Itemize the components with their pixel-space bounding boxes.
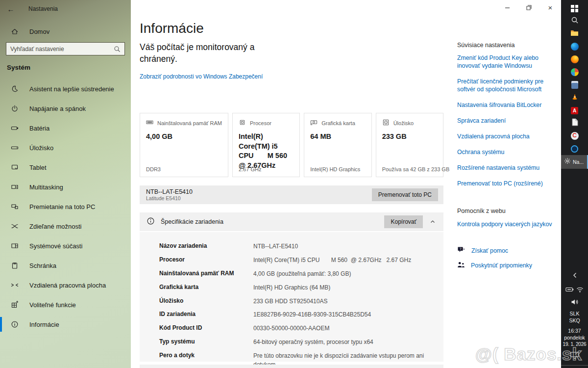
calculator-button[interactable] (561, 79, 588, 91)
spec-value: 1E8827B6-9029-416B-9309-315CB4B25D54 (253, 311, 427, 319)
battery-icon[interactable] (565, 286, 574, 294)
related-link-rename-advanced[interactable]: Premenovať toto PC (rozšírené) (457, 180, 563, 188)
page-title: Informácie (140, 21, 204, 36)
windows-security-link[interactable]: Zobraziť podrobnosti vo Windows Zabezpeč… (140, 73, 263, 80)
related-link-license-terms[interactable]: Prečítať licenčné podmienky pre softvér … (457, 78, 563, 94)
clock-date[interactable]: 19. 1. 2026 (563, 341, 587, 348)
related-link-system-protection[interactable]: Ochrana systému (457, 149, 563, 157)
sidebar-item-components[interactable]: Systémové súčasti (0, 236, 131, 256)
blue-app-button[interactable] (561, 142, 588, 155)
sidebar-item-label: Napájanie a spánok (29, 105, 86, 112)
get-help-link[interactable]: ? Získať pomoc (457, 246, 563, 256)
taskbar-active-settings[interactable]: Na... (561, 155, 588, 169)
card-label: Nainštalovaná pamäť RAM (157, 120, 222, 126)
volume-icon[interactable] (571, 298, 579, 307)
device-model: Latitude E5410 (146, 195, 193, 202)
restore-button[interactable] (518, 0, 539, 15)
sidebar-list: Asistent na lepšie sústredenie Napájanie… (0, 79, 131, 334)
sidebar-item-shared[interactable]: Zdieľané možnosti (0, 216, 131, 236)
web-help-link-languages[interactable]: Kontrola podpory viacerých jazykov (457, 221, 563, 229)
device-specs-table: Názov zariadeniaNTB--LAT-E5410 ProcesorI… (140, 232, 443, 362)
acrobat-button[interactable]: A (561, 104, 588, 117)
clock-time[interactable]: 16:37 (568, 327, 581, 334)
search-icon[interactable] (114, 46, 121, 53)
show-desktop-button[interactable] (561, 365, 588, 368)
sidebar-item-tablet[interactable]: Tablet (0, 158, 131, 177)
related-link-product-key[interactable]: Zmeniť kód Product Key alebo inovovať vy… (457, 54, 563, 70)
windows-logo-icon (571, 5, 578, 12)
sidebar-item-focus-assist[interactable]: Asistent na lepšie sústredenie (0, 79, 131, 99)
touch-keyboard-icon[interactable] (570, 351, 580, 361)
spec-value: Intel(R) Core(TM) i5 CPU M 560 @ 2.67GHz… (253, 256, 427, 264)
sidebar-item-remote-desktop[interactable]: Vzdialená pracovná plocha (0, 275, 131, 295)
calculator-icon (571, 81, 578, 89)
feedback-link[interactable]: Poskytnúť pripomienky (457, 261, 563, 270)
components-icon (11, 242, 19, 250)
firefox-icon (571, 55, 579, 63)
wifi-icon[interactable] (576, 286, 584, 294)
page-subtitle: Váš počítač je monitorovaný a chránený. (140, 41, 266, 65)
paint-icon (571, 68, 579, 76)
card-footer: Intel(R) HD Graphics (310, 166, 360, 172)
language-indicator[interactable]: SLKSKQ (569, 310, 580, 324)
related-link-device-manager[interactable]: Správca zariadení (457, 117, 563, 125)
sidebar-item-label: Informácie (29, 321, 59, 328)
spec-row: ID zariadenia1E8827B6-9029-416B-9309-315… (159, 311, 443, 319)
related-link-bitlocker[interactable]: Nastavenia šifrovania BitLocker (457, 102, 563, 109)
sidebar-item-about[interactable]: Informácie (0, 315, 131, 334)
device-name: NTB--LAT-E5410 (146, 188, 193, 195)
firefox-button[interactable] (561, 53, 588, 66)
sidebar-item-label: Systémové súčasti (29, 242, 82, 250)
back-button[interactable]: ← (0, 5, 22, 13)
project-icon (11, 203, 19, 210)
rename-pc-button[interactable]: Premenovať toto PC (372, 188, 438, 201)
spec-value: 64-bitový operačný systém, procesor typu… (253, 338, 427, 346)
ccleaner-button[interactable]: C (561, 130, 588, 142)
feedback-icon (457, 261, 465, 270)
sidebar-item-optional-features[interactable]: Voliteľné funkcie (0, 295, 131, 315)
start-button[interactable] (561, 2, 588, 15)
vlc-button[interactable] (561, 91, 588, 104)
notepad-button[interactable] (561, 117, 588, 130)
spec-row: Typ systému64-bitový operačný systém, pr… (159, 338, 443, 346)
blue-app-icon (571, 145, 578, 153)
card-footer: 2.67 GHz (239, 166, 261, 172)
minimize-button[interactable] (496, 0, 518, 15)
clock-day[interactable]: pondelok (564, 334, 585, 341)
file-explorer-button[interactable] (561, 27, 588, 40)
chevron-up-icon[interactable] (430, 219, 436, 225)
sidebar-item-storage[interactable]: Úložisko (0, 138, 131, 158)
taskbar-search-button[interactable] (561, 15, 588, 27)
copy-button[interactable]: Kopírovať (384, 215, 423, 228)
next-section-bar[interactable] (140, 365, 443, 368)
svg-text:?: ? (460, 247, 462, 250)
sidebar-item-clipboard[interactable]: Schránka (0, 256, 131, 275)
card-gpu: Grafická karta 64 MB Intel(R) HD Graphic… (304, 113, 371, 177)
device-specs-header[interactable]: Špecifikácie zariadenia Kopírovať (140, 212, 443, 231)
sidebar-item-label: Asistent na lepšie sústredenie (29, 85, 114, 93)
related-header: Súvisiace nastavenia (457, 42, 563, 49)
paint-button[interactable] (561, 66, 588, 79)
card-ram: Nainštalovaná pamäť RAM 4,00 GB DDR3 (140, 113, 228, 177)
sidebar-item-home[interactable]: Domov (0, 23, 131, 40)
related-link-advanced-settings[interactable]: Rozšírené nastavenia systému (457, 164, 563, 172)
sidebar-item-multitasking[interactable]: Multitasking (0, 177, 131, 197)
ram-icon (146, 119, 153, 127)
optional-features-icon (11, 301, 19, 309)
battery-icon (11, 124, 19, 132)
sidebar-item-battery[interactable]: Batéria (0, 118, 131, 138)
spec-row: Grafická kartaIntel(R) HD Graphics (64 M… (159, 284, 443, 292)
tablet-icon (11, 163, 19, 171)
related-link-remote-desktop[interactable]: Vzdialená pracovná plocha (457, 133, 563, 141)
cpu-icon (239, 119, 246, 127)
edge-button[interactable] (561, 40, 588, 53)
spec-row: Nainštalovaná pamäť RAM4,00 GB (použiteľ… (159, 270, 443, 278)
sidebar-item-power-sleep[interactable]: Napájanie a spánok (0, 99, 131, 118)
search-input[interactable] (6, 46, 114, 53)
close-button[interactable]: × (539, 0, 561, 15)
spec-label: Kód Product ID (159, 324, 253, 333)
help-links: ? Získať pomoc Poskytnúť pripomienky (457, 246, 563, 270)
card-cpu: Procesor Intel(R) Core(TM) i5 CPU M 560 … (232, 113, 300, 177)
sidebar-item-project[interactable]: Premietanie na toto PC (0, 197, 131, 216)
show-hidden-icons-chevron[interactable] (572, 272, 578, 281)
